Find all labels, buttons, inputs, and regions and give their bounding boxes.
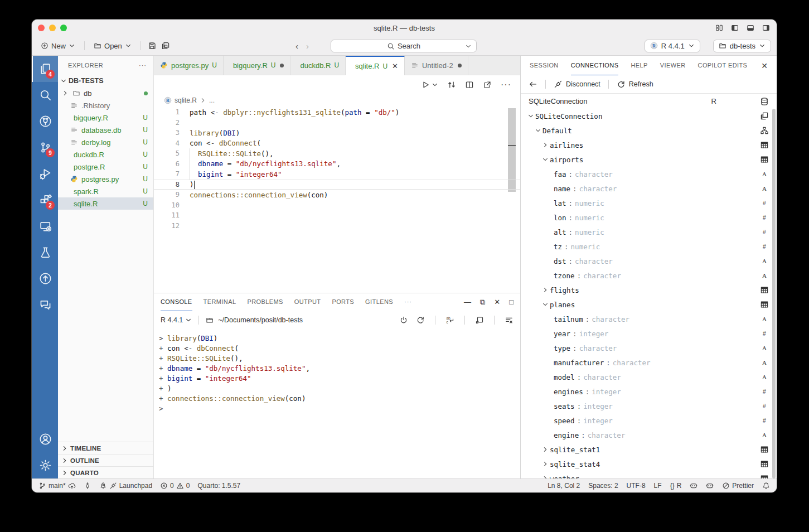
code-line-11[interactable]: 11 (154, 210, 520, 221)
git-branch-button[interactable]: main* (38, 482, 76, 490)
project-picker[interactable]: db-tests (713, 40, 771, 52)
file-database.db[interactable]: database.dbU (58, 124, 153, 136)
editor-more-actions-button[interactable]: ··· (501, 80, 511, 90)
source-file-icon[interactable] (447, 80, 456, 89)
activity-item-remote-explorer[interactable] (32, 213, 58, 239)
console-line[interactable]: + ) (159, 384, 520, 394)
indentation-button[interactable]: Spaces: 2 (588, 482, 618, 490)
file-spark.R[interactable]: spark.RU (58, 185, 153, 197)
file-sqlite.R[interactable]: sqlite.RU (58, 197, 153, 210)
encoding-button[interactable]: UTF-8 (627, 482, 646, 490)
panel-more-tabs-button[interactable]: ··· (404, 293, 412, 311)
code-line-10[interactable]: 10 (154, 200, 520, 211)
tree-lat[interactable]: lat:numeric# (521, 196, 777, 210)
tree-dst[interactable]: dst:characterA (521, 254, 777, 268)
code-line-3[interactable]: 3library(DBI) (154, 128, 520, 138)
command-search-input[interactable]: Search (331, 40, 477, 52)
run-file-button[interactable] (421, 80, 430, 89)
panel-tab-gitlens[interactable]: GITLENS (365, 293, 393, 311)
tree-model[interactable]: model:characterA (521, 370, 777, 384)
interpreter-picker[interactable]: R R 4.4.1 (645, 40, 700, 52)
clear-console-icon[interactable] (505, 316, 514, 325)
toggle-left-panel-icon[interactable] (731, 24, 739, 32)
disconnect-button[interactable]: Disconnect (554, 80, 600, 89)
back-icon[interactable] (529, 80, 537, 89)
activity-item-search[interactable] (32, 82, 58, 108)
console-runtime-picker[interactable]: R 4.4.1 (161, 316, 192, 324)
customize-layout-icon[interactable] (715, 24, 723, 32)
tree-faa[interactable]: faa:characterA (521, 167, 777, 181)
activity-item-run-debug[interactable] (32, 161, 58, 187)
console-line[interactable]: + con <- dbConnect( (159, 344, 520, 354)
section-outline[interactable]: OUTLINE (58, 454, 153, 466)
tree-tz[interactable]: tz:numeric# (521, 239, 777, 254)
file-bigquery.R[interactable]: bigquery.RU (58, 112, 153, 124)
chevron-down-icon[interactable] (541, 301, 550, 308)
tab-postgres.py[interactable]: postgres.pyU (154, 56, 224, 75)
file-.Rhistory[interactable]: .Rhistory (58, 99, 153, 112)
breadcrumb[interactable]: R sqlite.R ... (154, 94, 520, 107)
minimize-panel-icon[interactable]: — (464, 298, 471, 306)
tree-engine[interactable]: engine:characterA (521, 428, 777, 442)
activity-item-source-control[interactable]: 9 (32, 134, 58, 161)
activity-item-settings[interactable] (32, 452, 58, 478)
cursor-position-button[interactable]: Ln 8, Col 2 (548, 482, 580, 490)
tree-engines[interactable]: engines:integer# (521, 384, 777, 399)
tab-duckdb.R[interactable]: duckdb.RU (290, 56, 346, 75)
code-line-6[interactable]: 6 dbname = "db/nycflights13.sqlite", (154, 159, 520, 170)
new-button[interactable]: New (38, 41, 77, 51)
explorer-actions-button[interactable]: ··· (139, 62, 147, 69)
navigate-forward-button[interactable]: › (306, 41, 309, 51)
code-line-9[interactable]: 9connections::connection_view(con) (154, 190, 520, 200)
right-tab-connections[interactable]: CONNECTIONS (571, 56, 619, 75)
tab-bigquery.R[interactable]: bigquery.RU (224, 56, 291, 75)
tree-planes[interactable]: planes (521, 297, 777, 312)
navigate-back-button[interactable]: ‹ (295, 41, 298, 51)
tree-SQLiteConnection[interactable]: SQLiteConnection (521, 109, 777, 123)
toggle-right-panel-icon[interactable] (762, 24, 770, 32)
prettier-button[interactable]: Prettier (722, 482, 754, 490)
maximize-panel-icon[interactable]: □ (509, 298, 514, 306)
launchpad-button[interactable]: Launchpad (99, 482, 152, 490)
explorer-root-folder[interactable]: DB-TESTS (58, 75, 153, 87)
console-line[interactable]: + dbname = "db/nycflights13.sqlite", (159, 364, 520, 374)
language-mode-button[interactable]: {} R (670, 482, 682, 490)
code-editor[interactable]: 1path <- dbplyr::nycflights131_sqlite(pa… (154, 107, 520, 293)
tree-alt[interactable]: alt:numeric# (521, 225, 777, 239)
code-line-4[interactable]: 4con <- dbConnect( (154, 138, 520, 149)
restart-console-icon[interactable] (416, 316, 425, 325)
code-line-7[interactable]: 7 bigint = "integer64" (154, 169, 520, 180)
quarto-version-button[interactable]: Quarto: 1.5.57 (197, 482, 240, 490)
chevron-down-icon[interactable] (541, 156, 550, 163)
tree-manufacturer[interactable]: manufacturer:characterA (521, 355, 777, 370)
right-tab-session[interactable]: SESSION (530, 56, 559, 75)
file-db[interactable]: db (58, 87, 153, 99)
interrupt-console-icon[interactable] (399, 316, 408, 325)
chevron-right-icon[interactable] (541, 446, 550, 453)
tree-tailnum[interactable]: tailnum:characterA (521, 312, 777, 326)
tree-flights[interactable]: flights (521, 283, 777, 297)
panel-tab-ports[interactable]: PORTS (332, 293, 354, 311)
file-postgres.py[interactable]: postgres.pyU (58, 173, 153, 185)
section-quarto[interactable]: QUARTO (58, 466, 153, 478)
activity-item-testing[interactable] (32, 239, 58, 265)
tree-sqlite_stat4[interactable]: sqlite_stat4 (521, 457, 777, 471)
activity-item-accounts[interactable] (32, 426, 58, 452)
connections-scrollbar[interactable] (772, 109, 776, 478)
activity-item-extensions[interactable]: 2 (32, 187, 58, 213)
console-output[interactable]: > library(DBI)+ con <- dbConnect(+ RSQLi… (154, 330, 520, 479)
save-icon[interactable] (148, 41, 157, 50)
file-postgre.R[interactable]: postgre.RU (58, 161, 153, 173)
toggle-bottom-panel-icon[interactable] (747, 24, 754, 32)
ports-button[interactable] (84, 482, 91, 490)
code-line-5[interactable]: 5 RSQLite::SQLite(), (154, 148, 520, 159)
run-options-chevron-icon[interactable] (432, 81, 438, 88)
panel-tab-console[interactable]: CONSOLE (161, 293, 192, 311)
activity-item-publish[interactable] (32, 265, 58, 292)
float-panel-icon[interactable]: ⧉ (480, 298, 485, 307)
chevron-right-icon[interactable] (541, 142, 550, 148)
chevron-down-icon[interactable] (534, 127, 542, 134)
chevron-right-icon[interactable] (541, 287, 550, 293)
problems-button[interactable]: 0 0 (160, 482, 190, 490)
code-line-2[interactable]: 2 (154, 118, 520, 128)
